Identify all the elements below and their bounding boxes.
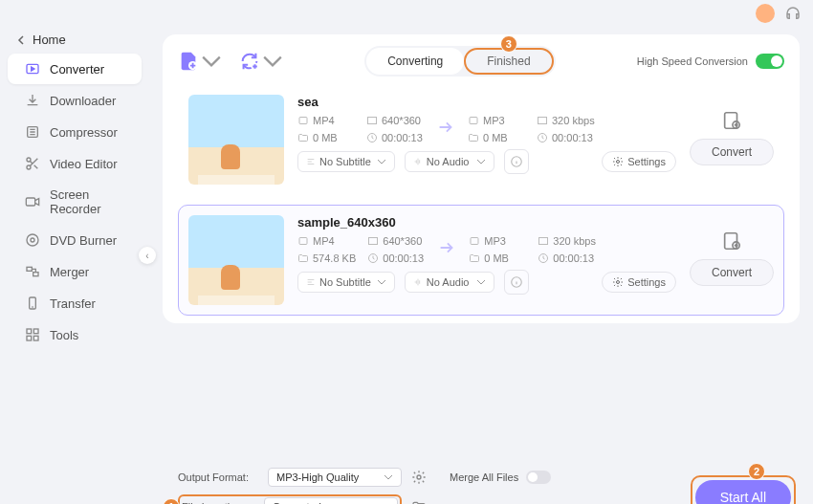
dst-bitrate: 320 kbps <box>552 115 595 126</box>
audio-select[interactable]: No Audio <box>405 151 494 172</box>
svg-rect-34 <box>725 233 737 250</box>
sidebar-item-screen-recorder[interactable]: Screen Recorder <box>8 180 142 224</box>
compressor-icon <box>25 124 40 140</box>
src-size: 574.8 KB <box>313 252 356 264</box>
file-location-select[interactable]: Converted <box>264 497 398 504</box>
svg-rect-19 <box>470 118 477 124</box>
folder-icon <box>468 132 479 143</box>
convert-button[interactable]: Convert <box>690 259 774 286</box>
clock-icon <box>366 132 378 143</box>
output-settings-button[interactable] <box>409 468 428 487</box>
svg-point-2 <box>27 158 31 162</box>
src-resolution: 640*360 <box>383 235 422 247</box>
item-settings-button[interactable]: Settings <box>602 272 676 293</box>
sidebar-item-video-editor[interactable]: Video Editor <box>8 148 142 179</box>
add-from-device-button[interactable] <box>239 51 283 72</box>
high-speed-toggle[interactable] <box>756 54 784 69</box>
merge-toggle[interactable] <box>526 471 551 484</box>
download-icon <box>25 93 40 108</box>
merge-label: Merge All Files <box>450 471 518 483</box>
dst-size: 0 MB <box>483 132 508 143</box>
dst-duration: 00:00:13 <box>553 252 594 264</box>
file-item[interactable]: sample_640x360 MP4 574.8 KB 640*360 00:0… <box>178 205 784 316</box>
toolbar: Converting 3 Finished High Speed Convers… <box>178 46 784 77</box>
svg-point-36 <box>417 475 421 479</box>
output-format-select[interactable]: MP3-High Quality <box>268 468 402 487</box>
video-thumbnail[interactable] <box>188 95 284 185</box>
svg-rect-26 <box>299 238 307 245</box>
chevron-down-icon <box>377 277 386 287</box>
file-title: sea <box>297 95 676 109</box>
folder-icon <box>411 499 427 504</box>
support-icon[interactable] <box>784 5 802 22</box>
open-folder-button[interactable] <box>409 497 428 504</box>
footer-bar: Output Format: MP3-High Quality Merge Al… <box>149 458 813 504</box>
src-format: MP4 <box>313 235 335 247</box>
sidebar: Home Converter Downloader Compressor Vid… <box>0 0 149 504</box>
svg-rect-12 <box>27 336 32 340</box>
subtitle-select[interactable]: No Subtitle <box>297 151 395 172</box>
add-file-button[interactable] <box>178 51 222 72</box>
info-button[interactable] <box>504 270 529 295</box>
subtitle-select[interactable]: No Subtitle <box>297 272 395 293</box>
info-icon <box>510 155 523 168</box>
scissors-icon <box>25 156 40 171</box>
folder-icon <box>297 252 309 264</box>
sidebar-item-downloader[interactable]: Downloader <box>8 85 142 116</box>
svg-point-23 <box>617 161 620 164</box>
svg-rect-10 <box>27 329 32 334</box>
gear-icon <box>612 156 624 167</box>
tab-converting[interactable]: Converting <box>366 48 464 75</box>
format-icon <box>469 235 480 247</box>
home-back-link[interactable]: Home <box>0 27 149 53</box>
output-preset-icon[interactable] <box>721 230 742 252</box>
sidebar-item-label: Merger <box>50 265 89 279</box>
sidebar-item-label: Downloader <box>50 94 116 108</box>
src-duration: 00:00:13 <box>382 132 423 143</box>
chevron-down-icon <box>201 51 222 72</box>
audio-select[interactable]: No Audio <box>405 272 494 293</box>
video-thumbnail[interactable] <box>188 215 284 305</box>
annotation-2: 2 Start All <box>691 475 796 504</box>
folder-icon <box>469 252 480 264</box>
sidebar-item-tools[interactable]: Tools <box>8 319 142 350</box>
home-label: Home <box>33 33 66 47</box>
sidebar-item-dvd-burner[interactable]: DVD Burner <box>8 225 142 255</box>
info-button[interactable] <box>504 149 529 174</box>
subtitle-icon <box>306 277 316 287</box>
chevron-down-icon <box>476 277 486 287</box>
format-icon <box>297 115 309 126</box>
item-settings-button[interactable]: Settings <box>602 151 676 172</box>
chevron-down-icon <box>476 157 486 166</box>
camera-icon <box>25 194 40 209</box>
src-resolution: 640*360 <box>382 115 421 126</box>
convert-button[interactable]: Convert <box>690 139 774 165</box>
sidebar-item-compressor[interactable]: Compressor <box>8 117 142 147</box>
chevron-down-icon <box>262 51 283 72</box>
file-list: sea MP4 0 MB 640*360 00:00:13 MP3 <box>178 84 784 316</box>
sidebar-item-converter[interactable]: Converter <box>8 54 142 84</box>
sidebar-item-merger[interactable]: Merger <box>8 256 142 287</box>
sidebar-item-transfer[interactable]: Transfer <box>8 288 142 318</box>
start-all-button[interactable]: Start All <box>695 480 791 504</box>
sidebar-item-label: DVD Burner <box>50 233 117 248</box>
file-item[interactable]: sea MP4 0 MB 640*360 00:00:13 MP3 <box>178 84 784 195</box>
sidebar-collapse-handle[interactable]: ‹ <box>139 247 156 264</box>
svg-rect-30 <box>539 238 548 245</box>
annotation-badge: 3 <box>500 35 517 53</box>
add-file-icon <box>178 51 199 72</box>
user-avatar[interactable] <box>756 4 775 23</box>
bitrate-icon <box>537 115 548 126</box>
svg-rect-27 <box>369 238 378 245</box>
sidebar-item-label: Converter <box>50 62 104 77</box>
bitrate-icon <box>538 235 549 247</box>
content-card: Converting 3 Finished High Speed Convers… <box>163 34 800 323</box>
svg-rect-17 <box>368 118 377 124</box>
dst-duration: 00:00:13 <box>552 132 593 143</box>
format-icon <box>297 235 309 247</box>
output-preset-icon[interactable] <box>721 110 742 131</box>
chevron-down-icon <box>377 157 386 166</box>
tab-finished[interactable]: Finished <box>466 50 551 73</box>
sidebar-item-label: Video Editor <box>50 157 118 171</box>
status-tabs: Converting 3 Finished <box>364 46 555 77</box>
